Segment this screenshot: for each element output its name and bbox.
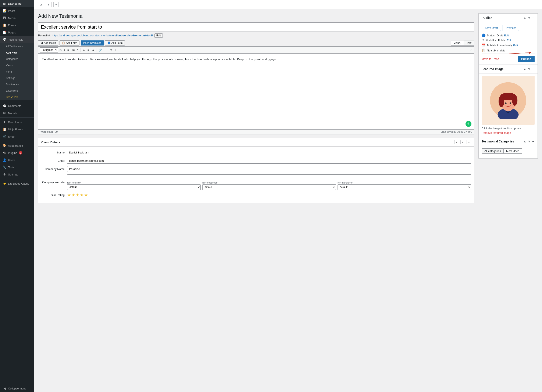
- sidebar-item-shortcodes[interactable]: Shortcodes: [0, 81, 34, 88]
- ordered-list-button[interactable]: 1≡: [70, 48, 76, 52]
- insert-download-button[interactable]: Insert Download: [81, 40, 104, 46]
- sidebar-item-dashboard[interactable]: ⊞ Dashboard: [0, 0, 34, 7]
- featured-image-container[interactable]: [482, 76, 535, 125]
- star-rating-stars[interactable]: ★ ★ ★ ★ ★: [67, 192, 88, 197]
- sidebar-item-settings-sub[interactable]: Settings: [0, 75, 34, 81]
- text-tab[interactable]: Text: [464, 40, 474, 46]
- collapse-menu-item[interactable]: ◀ Collapse menu: [0, 385, 34, 392]
- publish-panel-down[interactable]: ∨: [527, 16, 531, 20]
- sidebar-item-settings[interactable]: ⚙ Settings: [0, 171, 34, 178]
- testimonials-icon: 💬: [3, 38, 6, 42]
- remove-featured-image-button[interactable]: Remove featured image: [482, 131, 511, 134]
- sidebar-item-litespeed[interactable]: ⚡ LiteSpeed Cache: [0, 180, 34, 187]
- align-left-button[interactable]: ⬅: [81, 48, 86, 52]
- most-used-tab[interactable]: Most Used: [504, 148, 522, 154]
- sidebar-item-extensions[interactable]: Extensions: [0, 88, 34, 94]
- bold-button[interactable]: B: [59, 48, 63, 52]
- post-title-input[interactable]: [38, 22, 474, 32]
- sidebar-item-appearance[interactable]: 🎨 Appearance: [0, 142, 34, 149]
- sidebar-item-categories[interactable]: Categories: [0, 56, 34, 62]
- star-3[interactable]: ★: [76, 192, 79, 197]
- company-name-input[interactable]: [67, 166, 471, 172]
- visibility-label: Visibility:: [486, 39, 497, 42]
- submit-date-icon: 📋: [482, 48, 486, 52]
- sidebar-item-form[interactable]: Form: [0, 69, 34, 75]
- status-edit-link[interactable]: Edit: [504, 34, 509, 37]
- categories-down[interactable]: ∨: [527, 139, 531, 143]
- categories-header: Testimonial Categories ∧ ∨ −: [479, 137, 537, 146]
- link-button[interactable]: 🔗: [98, 48, 103, 52]
- metabox-collapse-button[interactable]: −: [466, 140, 471, 144]
- nav-up-button[interactable]: ∧: [38, 2, 44, 7]
- publish-button[interactable]: Publish: [518, 56, 535, 62]
- paragraph-select[interactable]: Paragraph Heading 1 Heading 2 Heading 3: [40, 48, 58, 53]
- sidebar-item-modula[interactable]: ⊞ Modula: [0, 109, 34, 117]
- rel-nofollow-select[interactable]: default yes no: [67, 184, 201, 190]
- sidebar-item-comments[interactable]: 💬 Comments: [0, 102, 34, 109]
- name-field-row: Name: [41, 150, 471, 155]
- sidebar-item-shop[interactable]: 🛒 Shop: [0, 133, 34, 140]
- rel-noopener-select[interactable]: default yes no: [202, 184, 336, 190]
- metabox-up-button[interactable]: ∧: [454, 140, 459, 144]
- star-4[interactable]: ★: [80, 192, 84, 197]
- sidebar-item-all-testimonials[interactable]: All Testimonials: [0, 43, 34, 49]
- more-tag-button[interactable]: —: [103, 48, 108, 52]
- sidebar-item-pages[interactable]: 📑 Pages: [0, 29, 34, 36]
- sidebar-item-lite-vs-pro[interactable]: Lite vs Pro: [0, 94, 34, 100]
- sidebar-item-downloads[interactable]: ⬇ Downloads: [0, 119, 34, 126]
- preview-button[interactable]: Preview: [503, 25, 519, 31]
- star-1[interactable]: ★: [67, 192, 71, 197]
- featured-image-up[interactable]: ∧: [523, 67, 526, 71]
- star-2[interactable]: ★: [71, 192, 75, 197]
- publish-timing-edit-link[interactable]: Edit: [513, 44, 518, 47]
- visibility-icon: 👁: [482, 38, 485, 42]
- nav-menu-button[interactable]: ▾: [53, 2, 59, 7]
- nav-down-button[interactable]: ∨: [46, 2, 52, 7]
- featured-image-down[interactable]: ∨: [527, 67, 531, 71]
- wp-icon-button[interactable]: ✦: [114, 48, 118, 52]
- blockquote-button[interactable]: ": [76, 48, 79, 52]
- categories-collapse[interactable]: −: [532, 139, 535, 143]
- publish-panel-up[interactable]: ∧: [523, 16, 526, 20]
- client-details-header: Client Details ∧ ∨ −: [38, 138, 474, 147]
- featured-image-collapse[interactable]: −: [532, 67, 535, 71]
- sidebar-item-add-new[interactable]: Add New: [0, 49, 34, 56]
- permalink-edit-button[interactable]: Edit: [154, 33, 163, 38]
- rel-noreferrer-group: rel="noreferrer" default yes no: [337, 181, 471, 190]
- sidebar-item-forms[interactable]: 📋 Forms: [0, 21, 34, 29]
- move-to-trash-button[interactable]: Move to Trash: [482, 57, 499, 61]
- permalink-link[interactable]: https://andreea.georgeciobanu.com/testim…: [52, 34, 153, 37]
- unordered-list-button[interactable]: ≡: [66, 48, 70, 52]
- categories-up[interactable]: ∧: [523, 139, 526, 143]
- visibility-edit-link[interactable]: Edit: [507, 39, 511, 42]
- save-draft-button[interactable]: Save Draft: [482, 25, 501, 31]
- sidebar-item-posts[interactable]: 📝 Posts: [0, 7, 34, 14]
- sidebar-item-testimonials[interactable]: 💬 Testimonials: [0, 36, 34, 43]
- add-form-button-2[interactable]: 🔵 Add Form: [105, 40, 125, 46]
- editor-content-area[interactable]: Excellent service from start to finish. …: [38, 53, 474, 130]
- all-categories-tab[interactable]: All categories: [482, 148, 504, 154]
- star-5[interactable]: ★: [84, 192, 88, 197]
- table-button[interactable]: ⊞: [109, 48, 113, 52]
- visual-tab[interactable]: Visual: [451, 40, 464, 46]
- email-input[interactable]: [67, 158, 471, 164]
- company-name-label: Company Name: [41, 167, 65, 171]
- name-input[interactable]: [67, 150, 471, 155]
- expand-editor-button[interactable]: ⤢: [470, 48, 473, 52]
- align-right-button[interactable]: ➡: [91, 48, 95, 52]
- align-center-button[interactable]: ≡: [87, 48, 90, 52]
- sidebar-item-media[interactable]: 🖼 Media: [0, 14, 34, 21]
- company-website-input[interactable]: [67, 175, 471, 180]
- sidebar-item-views[interactable]: Views: [0, 62, 34, 69]
- sidebar-item-ninja-forms[interactable]: 📋 Ninja Forms: [0, 126, 34, 133]
- sidebar-item-users[interactable]: 👤 Users: [0, 156, 34, 164]
- sidebar-item-plugins[interactable]: 🔌 Plugins 2: [0, 149, 34, 156]
- rel-noreferrer-select[interactable]: default yes no: [337, 184, 471, 190]
- publish-panel-collapse[interactable]: −: [532, 16, 535, 20]
- add-media-button[interactable]: 🖼 Add Media: [38, 40, 58, 46]
- sidebar-item-tools[interactable]: 🔧 Tools: [0, 164, 34, 171]
- add-form-button-1[interactable]: 📋 Add Form: [60, 40, 79, 46]
- featured-image-body: Click the image to edit or update Remove…: [479, 74, 537, 137]
- italic-button[interactable]: I: [63, 48, 66, 52]
- metabox-down-button[interactable]: ∨: [461, 140, 465, 144]
